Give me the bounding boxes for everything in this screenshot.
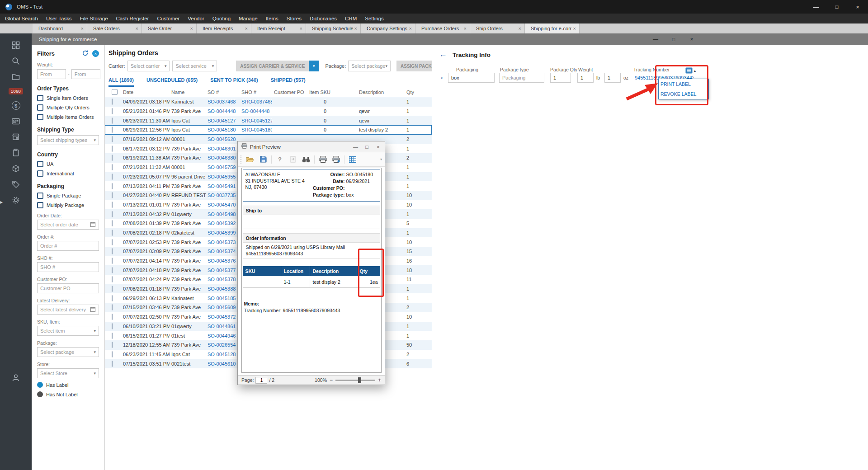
row-checkbox[interactable] <box>112 136 113 142</box>
tab-close-icon[interactable]: × <box>81 26 84 31</box>
row-checkbox[interactable] <box>112 351 113 357</box>
menu-item[interactable]: CRM <box>341 14 361 24</box>
tab-close-icon[interactable]: × <box>573 26 576 31</box>
so-link[interactable]: SO-0046380 <box>206 155 240 160</box>
column-header[interactable]: Date <box>121 89 170 95</box>
row-checkbox[interactable] <box>112 295 113 301</box>
tab-close-icon[interactable]: × <box>409 26 412 31</box>
document-tab[interactable]: Dashboard × <box>33 24 87 33</box>
row-checkbox[interactable] <box>112 146 113 152</box>
row-checkbox[interactable] <box>112 174 113 180</box>
so-link[interactable]: SO-0045470 <box>206 202 240 207</box>
so-link[interactable]: SO-0045180 <box>206 127 240 132</box>
column-header[interactable]: Qty <box>405 89 432 95</box>
row-checkbox[interactable] <box>112 127 113 133</box>
find-binoculars-icon[interactable] <box>301 155 311 164</box>
column-header[interactable]: Customer PO <box>272 89 307 95</box>
filter-field-input[interactable]: Order # <box>37 241 99 251</box>
document-tab[interactable]: Sale Order × <box>142 24 197 33</box>
so-link[interactable]: SO-0045185 <box>206 296 240 301</box>
search-icon[interactable] <box>11 56 20 66</box>
status-tab[interactable]: SHIPPED (557) <box>271 75 306 87</box>
status-tab[interactable]: ALL (1890) <box>108 75 134 87</box>
contacts-icon[interactable] <box>11 117 20 126</box>
package-box-icon[interactable] <box>11 164 20 173</box>
document-tab[interactable]: Shipping for e-com... × <box>525 24 580 33</box>
document-tab[interactable]: Item Receipts × <box>197 24 251 33</box>
sho-link[interactable]: SHO-0045127 <box>240 118 272 123</box>
so-link[interactable]: SO-0046301 <box>206 146 240 151</box>
filter-checkbox-row[interactable]: Multiply Package <box>37 202 99 208</box>
package-select[interactable]: Select package ▾ <box>348 61 391 71</box>
minimize-icon[interactable]: — <box>646 33 665 45</box>
zoom-in-icon[interactable]: + <box>378 377 381 383</box>
row-checkbox[interactable] <box>112 323 113 329</box>
filter-field-input[interactable]: Select order date <box>37 220 99 230</box>
user-icon[interactable] <box>11 373 20 382</box>
document-tab[interactable]: Item Receipt × <box>251 24 306 33</box>
table-row[interactable]: 05/21/2021 01:46 PM 739 Park Ave SO-0044… <box>105 107 432 116</box>
row-checkbox[interactable] <box>112 183 113 189</box>
checkbox[interactable] <box>37 202 43 208</box>
menu-item[interactable]: Global Search <box>1 14 42 24</box>
so-link[interactable]: SO-0044448 <box>206 108 240 114</box>
assign-carrier-dropdown-icon[interactable]: ▾ <box>309 61 319 71</box>
weight-from-input[interactable] <box>37 69 66 79</box>
maximize-icon[interactable]: □ <box>361 142 373 152</box>
so-link[interactable]: SO-0026554 <box>206 342 240 348</box>
open-file-icon[interactable] <box>245 155 255 164</box>
carrier-select[interactable]: Select carrier ▾ <box>127 61 170 71</box>
so-link[interactable]: SO-0045759 <box>206 164 240 170</box>
filter-field-input[interactable]: Select item ▾ <box>37 326 99 336</box>
row-checkbox[interactable] <box>112 361 113 367</box>
document-tab[interactable]: Ship Orders × <box>470 24 525 33</box>
tab-close-icon[interactable]: × <box>245 26 248 31</box>
sho-link[interactable]: SHO-0045180 <box>240 127 272 132</box>
row-checkbox[interactable] <box>112 108 113 114</box>
assign-carrier-button[interactable]: ASSIGN CARRIER & SERVICE <box>236 61 309 71</box>
filter-checkbox-row[interactable]: International <box>37 170 99 177</box>
menu-item[interactable]: User Tasks <box>42 14 76 24</box>
table-row[interactable]: 06/29/2021 12:56 PM Iqos Cat SO-0045180 … <box>105 125 432 135</box>
so-link[interactable]: SO-0045955 <box>206 174 240 179</box>
package-type-input[interactable] <box>499 73 544 83</box>
row-checkbox[interactable] <box>112 276 113 282</box>
calendar-icon[interactable] <box>90 306 96 313</box>
row-checkbox[interactable] <box>112 192 113 198</box>
package-qty-input[interactable] <box>550 73 571 83</box>
document-tab[interactable]: Shipping Schedule × <box>306 24 361 33</box>
cash-register-icon[interactable]: $ <box>12 101 20 110</box>
select-all-checkbox[interactable] <box>112 89 118 95</box>
so-link[interactable]: SO-0045392 <box>206 221 240 226</box>
so-link[interactable]: SO-0045399 <box>206 230 240 235</box>
has-not-label-radio[interactable] <box>37 391 43 397</box>
row-checkbox[interactable] <box>112 248 113 254</box>
minimize-icon[interactable]: — <box>350 142 361 152</box>
weight-lb-input[interactable] <box>577 73 594 83</box>
service-select[interactable]: Select service ▾ <box>172 61 217 71</box>
menu-item[interactable]: Dictionaries <box>306 14 341 24</box>
so-link[interactable]: SO-0037468 <box>206 99 240 104</box>
column-header[interactable]: Name <box>170 89 206 95</box>
checkbox[interactable] <box>37 114 43 120</box>
tab-close-icon[interactable]: × <box>519 26 521 31</box>
filter-checkbox-row[interactable]: Single Package <box>37 193 99 199</box>
row-checkbox[interactable] <box>112 258 113 264</box>
document-tab[interactable]: Company Settings × <box>361 24 415 33</box>
has-label-option[interactable]: Has Label <box>37 382 99 388</box>
so-link[interactable]: SO-0037735 <box>206 193 240 198</box>
tab-close-icon[interactable]: × <box>300 26 302 31</box>
page-number-input[interactable] <box>255 377 267 384</box>
zoom-slider-thumb[interactable] <box>358 377 361 383</box>
so-link[interactable]: SO-0045609 <box>206 305 240 310</box>
checkbox[interactable] <box>37 193 43 199</box>
maximize-icon[interactable]: □ <box>826 0 847 14</box>
so-link[interactable]: SO-0045127 <box>206 118 240 123</box>
row-checkbox[interactable] <box>112 342 113 348</box>
label-actions-dropdown-button[interactable]: ▴ <box>685 67 696 74</box>
row-checkbox[interactable] <box>112 267 113 273</box>
tasks-clipboard-icon[interactable] <box>11 148 20 157</box>
filter-field-input[interactable]: Customer PO <box>37 283 99 293</box>
tag-icon[interactable] <box>11 180 20 189</box>
so-link[interactable]: SO-0045491 <box>206 183 240 189</box>
